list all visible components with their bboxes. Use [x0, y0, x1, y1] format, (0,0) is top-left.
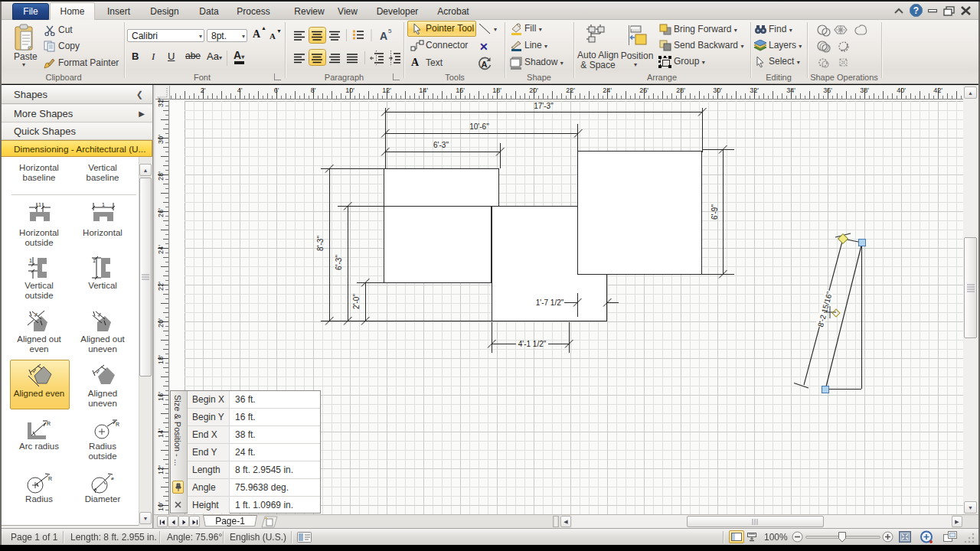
svg-text:1: 1 — [95, 369, 101, 375]
svg-text:10'-6": 10'-6" — [469, 122, 489, 131]
svg-text:R: R — [48, 476, 52, 481]
svg-text:4'-1 1/2": 4'-1 1/2" — [518, 340, 547, 348]
svg-text:2'-0": 2'-0" — [352, 294, 361, 309]
svg-text:8'-3": 8'-3" — [316, 236, 325, 251]
svg-text:R: R — [47, 421, 51, 426]
svg-text:6'-9": 6'-9" — [710, 204, 719, 220]
svg-text:R: R — [116, 422, 119, 427]
svg-text:1'-7 1/2": 1'-7 1/2" — [536, 298, 564, 307]
svg-text:1: 1 — [31, 368, 38, 374]
svg-text:5: 5 — [388, 28, 392, 34]
svg-text:17'-3": 17'-3" — [534, 102, 554, 110]
svg-text:1: 1 — [29, 258, 32, 263]
svg-text:6'-3": 6'-3" — [335, 255, 343, 270]
svg-text:ø: ø — [111, 476, 114, 481]
svg-text:1: 1 — [93, 258, 96, 263]
svg-text:A: A — [380, 30, 387, 42]
svg-text:A: A — [482, 60, 488, 69]
svg-text:6'-3": 6'-3" — [433, 141, 449, 149]
svg-text:1: 1 — [102, 202, 105, 207]
svg-text:1: 1 — [38, 202, 41, 207]
svg-text:?: ? — [913, 5, 919, 16]
